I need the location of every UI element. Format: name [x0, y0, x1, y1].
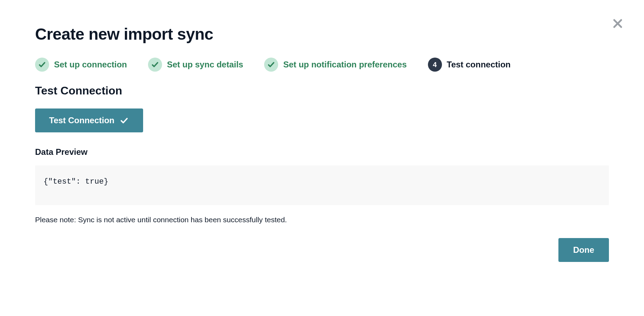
stepper: Set up connection Set up sync details Se…	[35, 58, 609, 72]
page-title: Create new import sync	[35, 25, 609, 44]
step-test-connection[interactable]: 4 Test connection	[428, 58, 511, 72]
step-connection[interactable]: Set up connection	[35, 58, 127, 72]
step-label: Set up notification preferences	[283, 60, 407, 70]
step-number-icon: 4	[428, 58, 442, 72]
step-notification-preferences[interactable]: Set up notification preferences	[264, 58, 407, 72]
done-button[interactable]: Done	[558, 238, 609, 262]
check-icon	[264, 58, 278, 72]
step-label: Set up connection	[54, 60, 127, 70]
close-icon	[612, 18, 623, 29]
step-label: Set up sync details	[167, 60, 243, 70]
test-connection-button[interactable]: Test Connection	[35, 108, 143, 132]
check-icon	[119, 117, 129, 124]
close-button[interactable]	[612, 18, 623, 31]
check-icon	[148, 58, 162, 72]
section-heading: Test Connection	[35, 84, 609, 97]
step-label: Test connection	[447, 60, 511, 70]
step-sync-details[interactable]: Set up sync details	[148, 58, 243, 72]
sync-note: Please note: Sync is not active until co…	[35, 216, 609, 224]
modal-footer: Done	[35, 238, 609, 262]
data-preview-heading: Data Preview	[35, 147, 609, 157]
data-preview-content: {"test": true}	[35, 165, 609, 205]
test-connection-button-label: Test Connection	[49, 116, 114, 125]
check-icon	[35, 58, 49, 72]
create-import-sync-modal: Create new import sync Set up connection…	[0, 0, 644, 283]
